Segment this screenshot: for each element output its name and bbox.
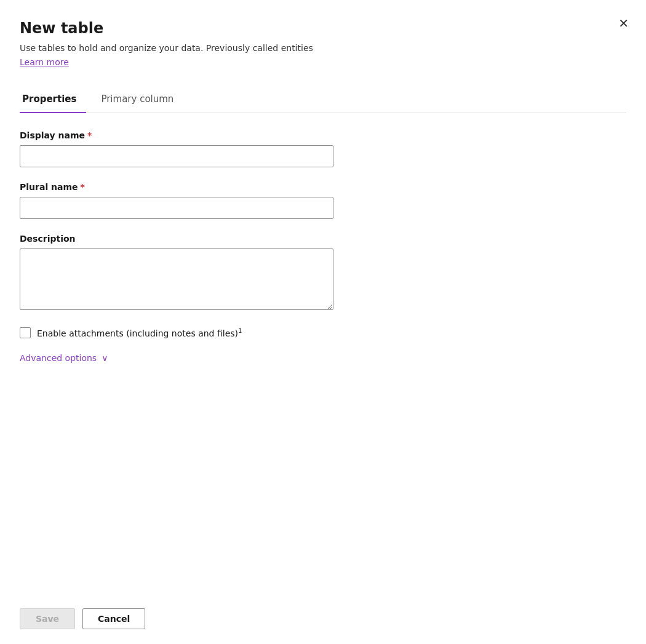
new-table-dialog: ✕ New table Use tables to hold and organ… (0, 0, 646, 644)
learn-more-link[interactable]: Learn more (20, 57, 69, 67)
dialog-footer: Save Cancel (20, 598, 626, 644)
display-name-input[interactable] (20, 145, 333, 167)
display-name-group: Display name * (20, 130, 626, 167)
tab-primary-column[interactable]: Primary column (98, 87, 183, 113)
display-name-required-star: * (87, 130, 92, 140)
plural-name-input[interactable] (20, 197, 333, 219)
dialog-header: New table Use tables to hold and organiz… (20, 20, 626, 68)
description-input[interactable] (20, 248, 333, 310)
dialog-title: New table (20, 20, 626, 37)
description-group: Description (20, 234, 626, 312)
enable-attachments-group: Enable attachments (including notes and … (20, 327, 626, 338)
plural-name-required-star: * (81, 182, 85, 192)
tab-properties[interactable]: Properties (20, 87, 86, 113)
attachments-superscript: 1 (238, 327, 242, 334)
cancel-button[interactable]: Cancel (82, 608, 145, 629)
save-button[interactable]: Save (20, 608, 75, 629)
advanced-options-toggle[interactable]: Advanced options ∨ (20, 353, 108, 363)
tabs-bar: Properties Primary column (20, 87, 626, 113)
form-content: Display name * Plural name * Description… (20, 130, 626, 598)
advanced-options-label: Advanced options (20, 353, 97, 363)
close-icon: ✕ (618, 17, 629, 30)
description-label: Description (20, 234, 626, 244)
dialog-subtitle: Use tables to hold and organize your dat… (20, 42, 626, 55)
chevron-down-icon: ∨ (102, 353, 108, 363)
close-button[interactable]: ✕ (616, 15, 631, 32)
enable-attachments-checkbox[interactable] (20, 327, 31, 338)
plural-name-group: Plural name * (20, 182, 626, 219)
plural-name-label: Plural name * (20, 182, 626, 192)
display-name-label: Display name * (20, 130, 626, 140)
enable-attachments-label: Enable attachments (including notes and … (37, 327, 242, 338)
